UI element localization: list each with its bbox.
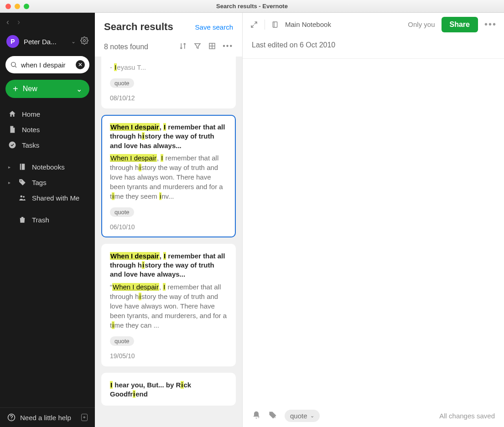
results-count: 8 notes found xyxy=(104,43,179,51)
svg-text:+: + xyxy=(258,415,260,420)
add-tag-icon[interactable]: + xyxy=(268,411,277,421)
search-icon xyxy=(10,61,17,68)
svg-point-7 xyxy=(21,195,23,198)
nav-forward[interactable]: › xyxy=(17,17,20,27)
svg-line-2 xyxy=(15,66,16,67)
filter-icon[interactable] xyxy=(193,42,202,52)
result-snippet: “When I despair, I remember that all thr… xyxy=(110,282,227,330)
view-icon[interactable] xyxy=(208,42,216,52)
svg-point-10 xyxy=(11,419,12,420)
result-card[interactable]: When I despair, I remember that all thro… xyxy=(101,115,236,237)
result-tag: quote xyxy=(110,207,134,217)
result-snippet: When I despair, I remember that all thro… xyxy=(110,153,227,201)
search-input[interactable] xyxy=(21,61,72,69)
svg-rect-4 xyxy=(20,164,25,170)
result-title: When I despair, I remember that all thro… xyxy=(110,252,227,279)
result-date: 06/10/10 xyxy=(110,223,227,231)
tag-chip[interactable]: quote ⌄ xyxy=(285,410,320,422)
window-minimize[interactable] xyxy=(15,4,20,9)
result-card[interactable]: I hear you, But... by Rick Goodfriend xyxy=(101,373,236,406)
result-card[interactable]: When I despair, I remember that all thro… xyxy=(101,244,236,366)
sidebar-item-label: Shared with Me xyxy=(32,194,79,202)
clear-search-button[interactable]: ✕ xyxy=(76,60,85,69)
home-icon xyxy=(8,110,16,118)
sidebar-item-notebooks[interactable]: ▸ Notebooks xyxy=(0,159,95,175)
user-menu[interactable]: P Peter Da... ⌄ xyxy=(0,31,95,54)
more-icon[interactable]: ••• xyxy=(223,42,233,52)
sidebar-item-label: Trash xyxy=(32,216,49,224)
user-name: Peter Da... xyxy=(24,38,67,46)
note-detail: Main Notebook Only you Share ••• Last ed… xyxy=(243,13,504,427)
notebook-icon xyxy=(18,163,26,171)
plus-icon: + xyxy=(13,84,18,94)
sidebar-item-notes[interactable]: Notes xyxy=(0,122,95,137)
svg-rect-14 xyxy=(273,22,277,27)
tag-chip-label: quote xyxy=(290,412,307,420)
svg-point-1 xyxy=(11,62,16,67)
sidebar-item-label: Tags xyxy=(32,179,47,186)
new-button[interactable]: + New ⌄ xyxy=(5,80,89,98)
sidebar-item-label: Home xyxy=(22,110,40,118)
result-title: When I despair, I remember that all thro… xyxy=(110,123,227,150)
avatar: P xyxy=(6,35,19,48)
help-icon xyxy=(7,413,16,422)
result-title: I hear you, But... by Rick Goodfriend xyxy=(110,381,227,399)
caret-right-icon: ▸ xyxy=(8,165,13,170)
result-tag: quote xyxy=(110,336,134,346)
sharing-status: Only you xyxy=(408,21,435,28)
svg-point-8 xyxy=(23,196,25,198)
help-badge-icon: ⌖ xyxy=(81,414,88,421)
share-button[interactable]: Share xyxy=(442,17,478,32)
results-column: Search results Save search 8 notes found… xyxy=(95,13,243,427)
sidebar-item-shared[interactable]: ▸ Shared with Me xyxy=(0,190,95,206)
result-date: 08/10/12 xyxy=(110,94,227,102)
svg-rect-5 xyxy=(21,164,22,170)
trash-icon xyxy=(18,216,26,224)
sidebar-item-tags[interactable]: ▸ Tags xyxy=(0,175,95,190)
new-button-label: New xyxy=(23,85,37,93)
result-date: 19/05/10 xyxy=(110,352,227,360)
chevron-down-icon: ⌄ xyxy=(310,413,314,419)
nav-back[interactable]: ‹ xyxy=(6,17,9,27)
reminder-icon[interactable]: + xyxy=(252,411,261,421)
result-tag: quote xyxy=(110,78,134,88)
window-close[interactable] xyxy=(5,4,11,9)
svg-point-3 xyxy=(9,142,16,149)
gear-icon[interactable] xyxy=(80,36,88,46)
sidebar-item-trash[interactable]: ▸ Trash xyxy=(0,212,95,227)
result-card[interactable]: - Ieyasu T...quote08/10/12 xyxy=(101,57,236,108)
sidebar-item-label: Notebooks xyxy=(32,163,65,171)
svg-text:+: + xyxy=(274,415,276,420)
chevron-down-icon: ⌄ xyxy=(76,85,82,93)
sidebar: ‹ › P Peter Da... ⌄ ✕ + New ⌄ xyxy=(0,13,95,427)
titlebar: Search results - Evernote xyxy=(0,0,504,13)
caret-right-icon: ▸ xyxy=(8,180,13,185)
more-actions[interactable]: ••• xyxy=(484,19,497,30)
notebook-icon[interactable] xyxy=(271,21,279,28)
help-button[interactable]: Need a little help ⌖ xyxy=(0,407,95,427)
tasks-icon xyxy=(8,141,16,149)
result-snippet: - Ieyasu T... xyxy=(110,62,227,72)
save-search-link[interactable]: Save search xyxy=(195,23,233,31)
window-title: Search results - Evernote xyxy=(0,3,504,10)
sidebar-item-home[interactable]: Home xyxy=(0,106,95,122)
sidebar-item-label: Notes xyxy=(22,126,40,134)
chevron-down-icon: ⌄ xyxy=(71,38,76,45)
expand-icon[interactable] xyxy=(250,21,258,29)
sidebar-item-label: Tasks xyxy=(22,141,39,149)
last-edited: Last edited on 6 Oct 2010 xyxy=(243,36,504,59)
help-label: Need a little help xyxy=(20,414,71,422)
tag-icon xyxy=(18,178,26,186)
notebook-name[interactable]: Main Notebook xyxy=(285,21,331,28)
sort-icon[interactable] xyxy=(179,42,187,52)
svg-point-6 xyxy=(21,180,21,181)
search-input-container[interactable]: ✕ xyxy=(5,56,89,73)
results-title: Search results xyxy=(104,21,173,33)
save-status: All changes saved xyxy=(439,412,495,420)
sidebar-item-tasks[interactable]: Tasks xyxy=(0,137,95,153)
window-maximize[interactable] xyxy=(24,4,29,9)
svg-point-0 xyxy=(83,40,86,42)
shared-icon xyxy=(18,194,26,202)
note-body[interactable] xyxy=(243,59,504,404)
notes-icon xyxy=(8,125,16,134)
